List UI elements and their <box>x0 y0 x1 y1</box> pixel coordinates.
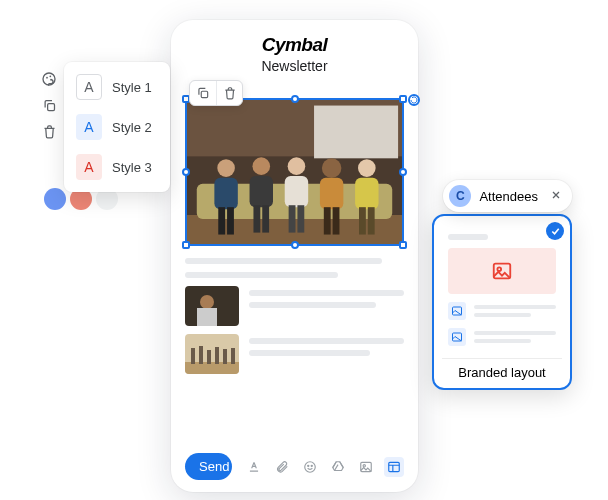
selected-image-block[interactable] <box>185 82 404 246</box>
svg-point-32 <box>200 295 214 309</box>
svg-rect-8 <box>314 106 398 159</box>
resize-handle[interactable] <box>182 241 190 249</box>
skeleton-lines <box>249 334 404 356</box>
thumbnail[interactable] <box>185 334 239 374</box>
resize-handle[interactable] <box>291 241 299 249</box>
trash-icon[interactable] <box>216 81 242 105</box>
layout-card-label: Branded layout <box>442 358 562 380</box>
svg-rect-37 <box>199 346 203 364</box>
copy-icon[interactable] <box>38 94 60 116</box>
svg-point-49 <box>497 267 501 271</box>
image-icon[interactable] <box>356 457 376 477</box>
text-format-icon[interactable] <box>244 457 264 477</box>
svg-rect-4 <box>47 103 54 110</box>
resize-handle[interactable] <box>291 95 299 103</box>
editor-footer: Send <box>185 443 404 492</box>
send-label: Send <box>185 453 232 480</box>
brand-title: Cymbal <box>185 34 404 56</box>
svg-rect-17 <box>253 205 260 232</box>
newsletter-editor: Cymbal Newsletter <box>171 20 418 492</box>
rotate-handle[interactable] <box>408 94 420 106</box>
svg-rect-16 <box>250 176 273 207</box>
format-toolbar <box>244 457 404 477</box>
style-label: Style 1 <box>112 80 152 95</box>
svg-point-19 <box>288 157 306 175</box>
style-picker-panel: A Style 1 A Style 2 A Style 3 <box>34 62 170 192</box>
style-glyph: A <box>76 114 102 140</box>
svg-rect-22 <box>297 205 304 232</box>
svg-rect-41 <box>231 348 235 364</box>
svg-rect-29 <box>359 207 366 234</box>
resize-handle[interactable] <box>399 168 407 176</box>
svg-rect-20 <box>285 176 308 207</box>
copy-icon[interactable] <box>190 81 216 105</box>
svg-rect-28 <box>355 178 378 209</box>
svg-rect-14 <box>227 207 234 234</box>
layout-icon[interactable] <box>384 457 404 477</box>
style-item-2[interactable]: A Style 2 <box>72 110 162 144</box>
resize-handle[interactable] <box>399 241 407 249</box>
svg-point-15 <box>252 157 270 175</box>
style-label: Style 3 <box>112 160 152 175</box>
style-glyph: A <box>76 74 102 100</box>
svg-rect-25 <box>324 207 331 234</box>
svg-point-43 <box>308 465 309 466</box>
svg-rect-21 <box>289 205 296 232</box>
style-item-3[interactable]: A Style 3 <box>72 150 162 184</box>
svg-rect-33 <box>197 308 217 326</box>
resize-handle[interactable] <box>182 168 190 176</box>
svg-rect-24 <box>320 178 343 209</box>
layout-hero-placeholder <box>448 248 556 294</box>
skeleton-line <box>448 234 488 240</box>
layout-card[interactable]: Branded layout <box>432 214 572 390</box>
style-item-1[interactable]: A Style 1 <box>72 70 162 104</box>
content-row <box>185 286 404 326</box>
svg-rect-47 <box>389 462 400 471</box>
svg-point-42 <box>305 461 316 472</box>
close-icon[interactable] <box>546 189 562 204</box>
hero-image[interactable] <box>185 98 404 246</box>
svg-rect-38 <box>207 350 211 364</box>
attendees-tag[interactable]: C Attendees <box>443 180 572 212</box>
thumbnail[interactable] <box>185 286 239 326</box>
style-label: Style 2 <box>112 120 152 135</box>
attach-icon[interactable] <box>272 457 292 477</box>
svg-point-23 <box>322 158 342 178</box>
svg-rect-18 <box>262 205 269 232</box>
svg-point-27 <box>358 159 376 177</box>
svg-point-44 <box>311 465 312 466</box>
skeleton-line <box>185 272 338 278</box>
resize-handle[interactable] <box>399 95 407 103</box>
content-area <box>185 258 404 443</box>
svg-point-11 <box>217 159 235 177</box>
svg-rect-39 <box>215 347 219 364</box>
avatar: C <box>449 185 471 207</box>
send-button[interactable]: Send <box>185 453 232 480</box>
drive-icon[interactable] <box>328 457 348 477</box>
svg-rect-30 <box>368 207 375 234</box>
selection-toolbar <box>189 80 243 106</box>
newsletter-subtitle: Newsletter <box>185 58 404 74</box>
svg-point-2 <box>49 75 51 77</box>
trash-icon[interactable] <box>38 120 60 142</box>
check-icon <box>546 222 564 240</box>
style-glyph: A <box>76 154 102 180</box>
svg-rect-12 <box>214 178 237 209</box>
svg-rect-13 <box>218 207 225 234</box>
skeleton-lines <box>249 286 404 308</box>
svg-rect-26 <box>333 207 340 234</box>
svg-rect-5 <box>201 91 207 97</box>
svg-rect-36 <box>191 348 195 364</box>
svg-rect-40 <box>223 349 227 364</box>
image-icon <box>448 328 466 346</box>
content-row <box>185 334 404 374</box>
image-icon <box>448 302 466 320</box>
tag-label: Attendees <box>479 189 538 204</box>
style-tool-strip <box>34 62 64 148</box>
svg-point-1 <box>46 77 48 79</box>
emoji-icon[interactable] <box>300 457 320 477</box>
palette-icon[interactable] <box>38 68 60 90</box>
svg-point-46 <box>363 464 365 466</box>
style-list: A Style 1 A Style 2 A Style 3 <box>64 62 170 192</box>
skeleton-line <box>185 258 382 264</box>
